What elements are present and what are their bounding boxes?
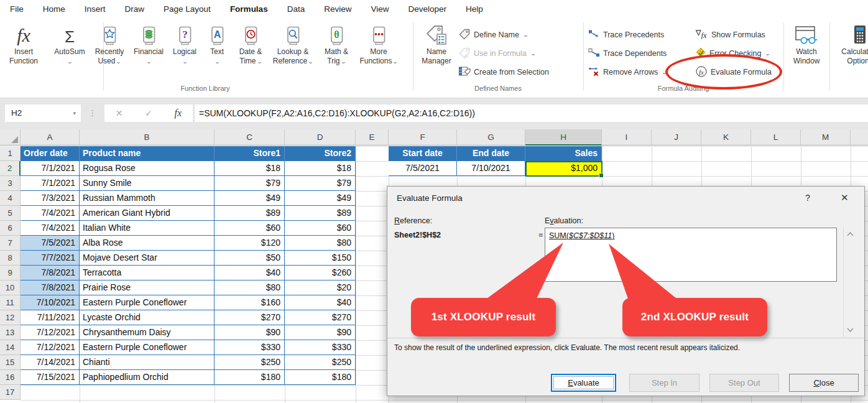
column-header-G[interactable]: G <box>457 129 525 146</box>
table-header-cell[interactable]: Order date <box>21 146 80 161</box>
enter-icon[interactable]: ✓ <box>145 108 152 118</box>
table-cell[interactable]: $20 <box>285 280 356 295</box>
table-cell[interactable]: American Giant Hybrid <box>80 206 215 221</box>
table-cell[interactable]: 7/12/2021 <box>21 340 80 355</box>
table-cell[interactable]: Russian Mammoth <box>80 191 215 206</box>
table-header-cell[interactable]: Start date <box>389 146 457 161</box>
ribbon-tab-page-layout[interactable]: Page Layout <box>162 0 212 19</box>
ribbon-tab-formulas[interactable]: Formulas <box>229 0 269 21</box>
row-header-7[interactable]: 7 <box>0 236 21 251</box>
ribbon-tab-insert[interactable]: Insert <box>83 0 107 19</box>
table-cell[interactable]: Chianti <box>80 355 215 370</box>
dialog-help-icon[interactable]: ? <box>805 193 810 203</box>
formula-input[interactable]: =SUM(XLOOKUP(F2,A2:A16,C2:D16):XLOOKUP(G… <box>195 104 868 122</box>
ribbon-tab-help[interactable]: Help <box>464 0 484 19</box>
table-cell[interactable]: 7/12/2021 <box>21 325 80 340</box>
table-cell[interactable]: 7/5/2021 <box>389 161 457 176</box>
table-cell[interactable]: Rogusa Rose <box>80 161 215 176</box>
table-cell[interactable]: $89 <box>285 206 356 221</box>
row-header-12[interactable]: 12 <box>0 310 21 325</box>
table-cell[interactable]: $180 <box>285 370 356 385</box>
table-cell[interactable]: 7/10/2021 <box>457 161 525 176</box>
table-cell[interactable]: $80 <box>285 236 356 251</box>
row-header-5[interactable]: 5 <box>0 206 21 221</box>
scroll-down-icon[interactable] <box>846 326 854 335</box>
table-cell[interactable]: $260 <box>285 266 356 280</box>
row-header-13[interactable]: 13 <box>0 325 21 340</box>
row-header-16[interactable]: 16 <box>0 370 21 385</box>
table-cell[interactable]: $330 <box>285 340 356 355</box>
table-cell[interactable]: $270 <box>215 310 285 325</box>
table-cell[interactable]: Lycaste Orchid <box>80 310 215 325</box>
table-header-cell[interactable]: Product name <box>80 146 215 161</box>
table-cell[interactable]: Terracotta <box>80 266 215 280</box>
table-cell[interactable]: $49 <box>285 191 356 206</box>
ribbon-button-define-name[interactable]: Define Name⌄ <box>458 29 528 41</box>
table-cell[interactable]: $60 <box>285 221 356 236</box>
table-cell[interactable]: $180 <box>215 370 285 385</box>
table-cell[interactable]: $89 <box>215 206 285 221</box>
table-cell[interactable]: $18 <box>285 161 356 176</box>
column-header-H[interactable]: H <box>525 129 602 146</box>
evaluation-box[interactable]: SUM($C$7:$D$11) <box>545 228 837 282</box>
table-cell[interactable]: $49 <box>215 191 285 206</box>
table-cell[interactable]: Eastern Purple Coneflower <box>80 295 215 310</box>
table-header-cell[interactable]: End date <box>457 146 525 161</box>
table-cell[interactable]: $250 <box>285 355 356 370</box>
column-header-E[interactable]: E <box>356 129 389 146</box>
scroll-up-icon[interactable] <box>846 230 854 239</box>
calculation-options-button[interactable]: CalculationOptions <box>823 22 868 66</box>
name-box-dropdown-icon[interactable]: ▾ <box>73 104 76 122</box>
table-header-cell[interactable]: Store1 <box>215 146 285 161</box>
table-cell[interactable]: Eastern Purple Coneflower <box>80 340 215 355</box>
table-header-cell[interactable]: Sales <box>525 146 602 161</box>
table-cell[interactable]: $330 <box>215 340 285 355</box>
select-all-button[interactable] <box>0 129 21 146</box>
table-cell[interactable]: 7/8/2021 <box>21 266 80 280</box>
table-cell[interactable]: 7/1/2021 <box>21 161 80 176</box>
row-header-14[interactable]: 14 <box>0 340 21 355</box>
table-cell[interactable]: 7/3/2021 <box>21 191 80 206</box>
table-cell[interactable]: $270 <box>285 310 356 325</box>
row-header-4[interactable]: 4 <box>0 191 21 206</box>
ribbon-tab-developer[interactable]: Developer <box>407 0 448 19</box>
row-header-2[interactable]: 2 <box>0 161 21 176</box>
column-header-D[interactable]: D <box>285 129 356 146</box>
table-cell[interactable]: $120 <box>215 236 285 251</box>
column-header-partial[interactable] <box>851 129 868 146</box>
table-cell[interactable]: 7/7/2021 <box>21 251 80 266</box>
ribbon-button-show-formulas[interactable]: fxShow Formulas <box>695 29 765 41</box>
column-header-F[interactable]: F <box>389 129 457 146</box>
table-cell[interactable]: $160 <box>215 295 285 310</box>
evaluate-button[interactable]: Evaluate <box>551 374 616 392</box>
cancel-icon[interactable]: ✕ <box>116 108 123 118</box>
row-header-1[interactable]: 1 <box>0 146 21 161</box>
row-header-10[interactable]: 10 <box>0 280 21 295</box>
column-header-L[interactable]: L <box>751 129 801 146</box>
table-cell[interactable]: $50 <box>215 251 285 266</box>
table-cell[interactable]: $90 <box>215 325 285 340</box>
ribbon-tab-home[interactable]: Home <box>42 0 67 19</box>
table-cell[interactable]: $40 <box>215 266 285 280</box>
row-header-11[interactable]: 11 <box>0 295 21 310</box>
column-header-I[interactable]: I <box>602 129 652 146</box>
name-box[interactable]: H2▾ <box>5 104 81 122</box>
ribbon-button-trace-precedents[interactable]: Trace Precedents <box>588 29 664 41</box>
table-cell[interactable]: $79 <box>215 176 285 191</box>
table-cell[interactable]: 7/4/2021 <box>21 221 80 236</box>
row-header-3[interactable]: 3 <box>0 176 21 191</box>
table-cell[interactable]: $60 <box>215 221 285 236</box>
column-header-A[interactable]: A <box>21 129 80 146</box>
table-cell[interactable]: Prairie Rose <box>80 280 215 295</box>
ribbon-tab-review[interactable]: Review <box>323 0 353 19</box>
table-cell[interactable]: $250 <box>215 355 285 370</box>
table-cell[interactable]: Mojave Desert Star <box>80 251 215 266</box>
fill-handle[interactable] <box>599 173 604 178</box>
dialog-close-icon[interactable]: ✕ <box>841 192 849 203</box>
ribbon-tab-file[interactable]: File <box>9 0 25 19</box>
table-cell[interactable]: $90 <box>285 325 356 340</box>
table-cell[interactable]: $150 <box>285 251 356 266</box>
ribbon-tab-draw[interactable]: Draw <box>124 0 146 19</box>
table-cell[interactable]: 7/15/2021 <box>21 370 80 385</box>
table-cell[interactable]: $18 <box>215 161 285 176</box>
